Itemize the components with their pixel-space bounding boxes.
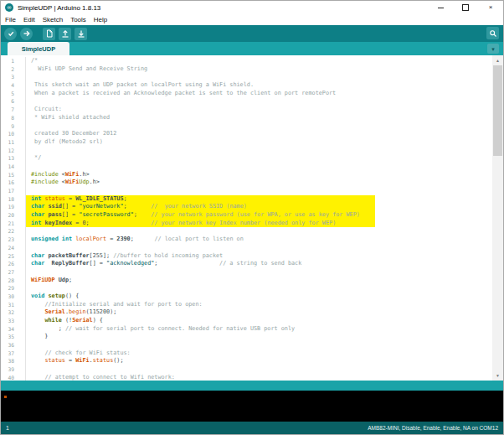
line-number: 38 [1,357,26,365]
line-number: 26 [1,260,26,268]
line-number: 2 [1,65,26,74]
code-line: 3 [1,73,503,81]
console-output [1,391,503,422]
line-number: 24 [1,244,26,252]
code-text: by dlf (Metodo2 srl) [26,138,503,147]
line-number: 39 [1,365,26,374]
line-number: 14 [1,163,26,171]
code-text: char ReplyBuffer[] = "acknowledged"; // … [26,260,503,268]
scroll-up-icon: ▲ [496,59,500,63]
console-cursor-dot [4,396,7,398]
code-line: 27 [1,268,503,277]
line-number: 31 [1,301,26,309]
code-text [26,73,503,81]
code-line: 2 WiFi UDP Send and Receive String [1,65,503,74]
line-number: 3 [1,73,26,81]
code-line: 35 } [1,333,503,341]
code-text: status = WiFi.status(); [26,357,503,365]
code-line: 11 by dlf (Metodo2 srl) [1,138,503,147]
code-text [26,97,503,106]
code-text: char ssid[] = "yourNetwork"; // your net… [26,203,375,211]
maximize-icon [462,4,469,11]
save-sketch-button[interactable] [75,28,87,40]
code-text: WiFiUDP Udp; [26,277,503,285]
menu-item-edit[interactable]: Edit [23,16,35,23]
minimize-icon [438,8,444,8]
code-line: 16#include <WiFiUdp.h> [1,179,503,187]
code-line: 6 [1,97,503,106]
editor-scrollbar[interactable]: ▲ ▼ [492,55,503,381]
line-number: 21 [1,220,26,228]
scroll-up-button[interactable]: ▲ [492,55,503,65]
serial-monitor-button[interactable] [486,27,499,39]
tab-simpleudp[interactable]: SimpleUDP [8,42,69,55]
verify-button[interactable] [4,28,17,40]
code-area: 1/*2 WiFi UDP Send and Receive String34 … [1,55,503,381]
code-text: int keyIndex = 0; // your network key In… [26,220,375,228]
code-text: /* [26,57,503,65]
window-title: SimpleUDP | Arduino 1.8.13 [18,4,428,12]
code-text: WiFi UDP Send and Receive String [26,65,503,74]
line-number: 4 [1,81,26,90]
code-text: When a packet is received an Acknowledge… [26,90,503,98]
scroll-down-button[interactable]: ▼ [492,370,503,381]
code-line: 37 // check for WiFi status: [1,350,503,358]
line-number: 1 [1,57,26,65]
code-text: } [26,333,503,341]
open-sketch-button[interactable] [59,28,71,40]
code-text: Circuit: [26,106,503,114]
code-line: 1/* [1,57,503,65]
menu-item-tools[interactable]: Tools [70,16,86,23]
arrow-up-icon [61,29,69,38]
line-number: 16 [1,179,26,187]
arduino-app-icon: ∞ [5,3,13,12]
code-line: 26char ReplyBuffer[] = "acknowledged"; /… [1,260,503,268]
line-number: 9 [1,122,26,131]
code-line: 33 while (!Serial) { [1,317,503,325]
code-line: 10 created 30 December 2012 [1,130,503,138]
code-line: 15#include <WiFi.h> [1,171,503,179]
code-text: ; // wait for serial port to connect. Ne… [26,325,503,334]
line-indicator: 1 [6,425,9,431]
line-number: 32 [1,308,26,317]
line-number: 6 [1,97,26,106]
menu-item-file[interactable]: File [5,16,16,23]
code-text: unsigned int localPort = 2390; // local … [26,236,503,244]
code-text [26,147,503,155]
console-divider[interactable] [1,381,503,391]
menu-bar: FileEditSketchToolsHelp [1,14,503,25]
code-text: int status = WL_IDLE_STATUS; [26,195,375,204]
code-text [26,365,503,374]
new-sketch-button[interactable] [43,28,55,40]
status-bar: 1 AMB82-MINI, Disable, Enable, Enable, N… [1,422,503,434]
scrollbar-thumb[interactable] [493,65,502,156]
line-number: 40 [1,374,26,381]
code-line: 12 [1,147,503,155]
code-line: 23unsigned int localPort = 2390; // loca… [1,236,503,244]
code-editor[interactable]: 1/*2 WiFi UDP Send and Receive String34 … [1,55,503,381]
close-button[interactable]: × [478,1,503,14]
minimize-button[interactable] [428,1,453,14]
code-line: 13 */ [1,154,503,163]
window-controls: × [428,1,503,14]
line-number: 13 [1,154,26,163]
new-document-icon [45,29,54,38]
maximize-button[interactable] [453,1,478,14]
code-line: 17 [1,187,503,195]
menu-item-sketch[interactable]: Sketch [43,16,63,23]
line-number: 27 [1,268,26,277]
code-line: 40 // attempt to connect to Wifi network… [1,374,503,381]
code-line: 19char ssid[] = "yourNetwork"; // your n… [1,203,503,211]
tab-menu-button[interactable]: ▾ [487,44,499,54]
code-line: 31 //Initialize serial and wait for port… [1,301,503,309]
line-number: 25 [1,252,26,261]
line-number: 37 [1,350,26,358]
code-line: 36 [1,341,503,350]
code-text [26,268,503,277]
line-number: 29 [1,284,26,293]
tab-bar: SimpleUDP ▾ [1,42,503,55]
code-text: //Initialize serial and wait for port to… [26,301,503,309]
upload-button[interactable] [20,28,33,40]
code-text [26,163,503,171]
menu-item-help[interactable]: Help [94,16,107,23]
